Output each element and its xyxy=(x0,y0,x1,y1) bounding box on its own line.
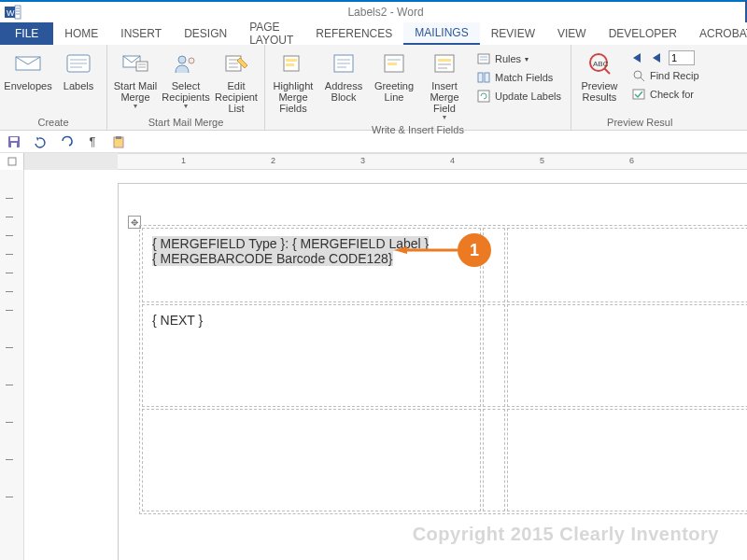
gutter-cell[interactable] xyxy=(483,304,505,407)
match-fields-icon xyxy=(476,70,491,85)
edit-recipient-list-button[interactable]: Edit Recipient List xyxy=(214,47,259,114)
group-write-insert: Highlight Merge Fields Address Block Gre… xyxy=(265,45,571,130)
svg-point-44 xyxy=(634,71,641,78)
prev-record-button[interactable] xyxy=(648,50,665,65)
record-number-input[interactable] xyxy=(669,50,695,65)
insert-field-icon xyxy=(430,49,459,78)
tab-acrobat[interactable]: ACROBAT xyxy=(688,22,747,45)
undo-button[interactable] xyxy=(32,133,49,150)
mail-merge-icon xyxy=(120,49,150,78)
label-cell[interactable]: { MERGEFIELD Type }: { MERGEFIELD Label … xyxy=(142,228,481,302)
chevron-down-icon: ▾ xyxy=(184,103,188,111)
match-fields-button[interactable]: Match Fields xyxy=(472,69,565,86)
label-cell[interactable] xyxy=(142,409,481,511)
svg-rect-40 xyxy=(478,91,489,102)
svg-rect-22 xyxy=(286,59,297,62)
edit-list-icon xyxy=(221,49,251,78)
preview-results-button[interactable]: ABC Preview Results xyxy=(577,47,622,103)
svg-line-45 xyxy=(641,77,644,81)
highlight-merge-fields-label: Highlight Merge Fields xyxy=(271,80,316,114)
rules-button[interactable]: Rules ▾ xyxy=(472,50,565,67)
tab-file[interactable]: FILE xyxy=(0,22,53,45)
find-recipient-button[interactable]: Find Recip xyxy=(627,67,703,84)
svg-rect-2 xyxy=(15,6,21,19)
tab-mailings[interactable]: MAILINGS xyxy=(403,22,479,45)
address-block-button[interactable]: Address Block xyxy=(321,47,366,103)
tab-developer[interactable]: DEVELOPER xyxy=(598,22,688,45)
chevron-down-icon: ▾ xyxy=(134,103,137,111)
update-labels-icon xyxy=(476,89,491,104)
envelope-icon xyxy=(13,49,43,78)
svg-rect-39 xyxy=(485,73,489,82)
select-recipients-button[interactable]: Select Recipients ▾ xyxy=(163,47,208,111)
svg-rect-31 xyxy=(435,55,454,72)
edit-recipient-list-label: Edit Recipient List xyxy=(214,80,259,114)
svg-rect-32 xyxy=(438,59,451,62)
ruler-tick: 3 xyxy=(360,156,365,165)
find-icon xyxy=(631,68,646,83)
svg-rect-12 xyxy=(136,62,148,71)
start-mail-merge-button[interactable]: Start Mail Merge ▾ xyxy=(113,47,158,111)
table-row xyxy=(142,409,747,511)
ribbon: Envelopes Labels Create Start Mail Merge… xyxy=(0,45,747,131)
ruler-margin xyxy=(24,153,118,170)
ruler-corner[interactable] xyxy=(0,153,24,170)
preview-icon: ABC xyxy=(585,49,614,78)
labels-label: Labels xyxy=(63,80,93,91)
greeting-icon xyxy=(379,49,409,78)
label-cell[interactable]: { NEXT } xyxy=(142,304,481,407)
tab-review[interactable]: REVIEW xyxy=(480,22,546,45)
svg-rect-30 xyxy=(388,63,397,65)
svg-rect-38 xyxy=(478,73,483,82)
ruler-tick: 6 xyxy=(629,156,634,165)
insert-merge-field-button[interactable]: Insert Merge Field ▾ xyxy=(422,47,467,122)
ruler-tick: 4 xyxy=(450,156,455,165)
chevron-down-icon: ▾ xyxy=(443,114,446,122)
word-app-icon: W xyxy=(2,3,24,21)
tab-design[interactable]: DESIGN xyxy=(173,22,238,45)
match-fields-label: Match Fields xyxy=(495,72,553,83)
greeting-line-button[interactable]: Greeting Line xyxy=(372,47,416,103)
gutter-cell[interactable] xyxy=(483,409,505,511)
page[interactable]: ✥ { MERGEFIELD Type }: { MERGEFIELD Labe… xyxy=(118,183,747,560)
svg-rect-51 xyxy=(116,136,121,139)
find-recipient-label: Find Recip xyxy=(650,70,699,81)
redo-button[interactable] xyxy=(58,133,75,150)
greeting-line-label: Greeting Line xyxy=(372,80,416,103)
first-record-button[interactable] xyxy=(627,50,644,65)
update-labels-label: Update Labels xyxy=(495,91,561,102)
highlight-icon xyxy=(278,49,308,78)
envelopes-button[interactable]: Envelopes xyxy=(6,47,50,91)
gutter-cell[interactable] xyxy=(483,228,505,302)
update-labels-button[interactable]: Update Labels xyxy=(472,88,565,105)
tab-home[interactable]: HOME xyxy=(53,22,109,45)
svg-rect-48 xyxy=(10,137,18,141)
tab-page-layout[interactable]: PAGE LAYOUT xyxy=(238,22,304,45)
svg-line-43 xyxy=(604,68,610,74)
svg-text:W: W xyxy=(7,8,15,18)
tab-view[interactable]: VIEW xyxy=(546,22,598,45)
group-start-mail-merge: Start Mail Merge ▾ Select Recipients ▾ E… xyxy=(107,45,265,130)
recipients-icon xyxy=(171,49,201,78)
label-cell[interactable] xyxy=(507,409,747,511)
check-errors-button[interactable]: Check for xyxy=(627,86,703,103)
save-button[interactable] xyxy=(6,133,22,150)
tab-references[interactable]: REFERENCES xyxy=(304,22,403,45)
label-cell[interactable] xyxy=(507,228,747,302)
page-scroll-area[interactable]: ✥ { MERGEFIELD Type }: { MERGEFIELD Labe… xyxy=(24,170,747,560)
highlight-merge-fields-button[interactable]: Highlight Merge Fields xyxy=(271,47,316,114)
tab-insert[interactable]: INSERT xyxy=(109,22,173,45)
insert-merge-field-label: Insert Merge Field xyxy=(422,80,467,114)
label-cell[interactable] xyxy=(507,304,747,407)
horizontal-ruler[interactable]: 1 2 3 4 5 6 xyxy=(118,153,747,170)
label-table[interactable]: { MERGEFIELD Type }: { MERGEFIELD Label … xyxy=(139,225,747,514)
ruler-tick: 1 xyxy=(181,156,186,165)
paste-button[interactable] xyxy=(110,133,127,150)
svg-point-15 xyxy=(178,56,186,63)
preview-results-label: Preview Results xyxy=(577,80,622,103)
labels-button[interactable]: Labels xyxy=(56,47,101,91)
envelopes-label: Envelopes xyxy=(4,80,51,91)
vertical-ruler[interactable] xyxy=(0,170,24,560)
pilcrow-button[interactable]: ¶ xyxy=(84,133,101,150)
table-row: { NEXT } xyxy=(142,304,747,407)
